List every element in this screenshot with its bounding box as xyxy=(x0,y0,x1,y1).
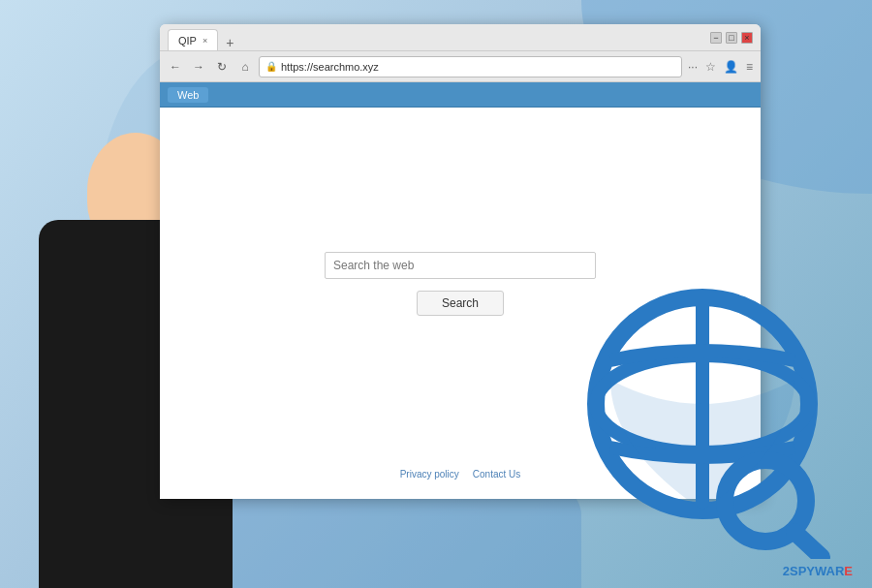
toolbar-extras: ··· ☆ 👤 ≡ xyxy=(686,58,755,76)
home-button[interactable]: ⌂ xyxy=(235,57,255,77)
more-button[interactable]: ··· xyxy=(686,58,700,76)
search-box-area: Search xyxy=(325,252,596,316)
address-bar[interactable]: 🔒 https://searchmo.xyz xyxy=(259,56,682,77)
sync-icon[interactable]: 👤 xyxy=(722,58,740,76)
menu-icon[interactable]: ≡ xyxy=(744,58,755,76)
nav-strip: Web xyxy=(160,82,761,108)
browser-toolbar: ← → ↻ ⌂ 🔒 https://searchmo.xyz ··· ☆ 👤 ≡ xyxy=(160,51,761,82)
contact-us-link[interactable]: Contact Us xyxy=(473,469,520,480)
browser-titlebar: QIP × + − □ × xyxy=(160,24,761,51)
svg-line-4 xyxy=(794,532,822,557)
watermark: 2SPYWARE xyxy=(783,564,853,578)
globe-search-icon xyxy=(562,278,843,559)
search-button[interactable]: Search xyxy=(417,291,504,316)
maximize-button[interactable]: □ xyxy=(726,32,737,44)
back-button[interactable]: ← xyxy=(166,57,185,77)
watermark-prefix: 2SPYWAR xyxy=(783,564,845,578)
search-input[interactable] xyxy=(325,252,596,279)
close-button[interactable]: × xyxy=(741,32,753,44)
url-text: https://searchmo.xyz xyxy=(281,61,379,73)
tab-area: QIP × + xyxy=(168,24,237,50)
web-tab[interactable]: Web xyxy=(168,87,208,103)
window-controls: − □ × xyxy=(710,32,753,44)
ssl-lock-icon: 🔒 xyxy=(265,61,277,72)
forward-button[interactable]: → xyxy=(189,57,208,77)
tab-close-btn[interactable]: × xyxy=(202,36,207,46)
refresh-button[interactable]: ↻ xyxy=(212,57,232,77)
privacy-policy-link[interactable]: Privacy policy xyxy=(400,469,459,480)
bookmark-icon[interactable]: ☆ xyxy=(703,58,718,76)
tab-title: QIP xyxy=(178,35,197,46)
watermark-suffix: E xyxy=(844,564,853,578)
footer-links: Privacy policy Contact Us xyxy=(400,469,521,480)
new-tab-button[interactable]: + xyxy=(222,35,237,50)
active-tab[interactable]: QIP × xyxy=(168,29,218,50)
minimize-button[interactable]: − xyxy=(710,32,722,44)
